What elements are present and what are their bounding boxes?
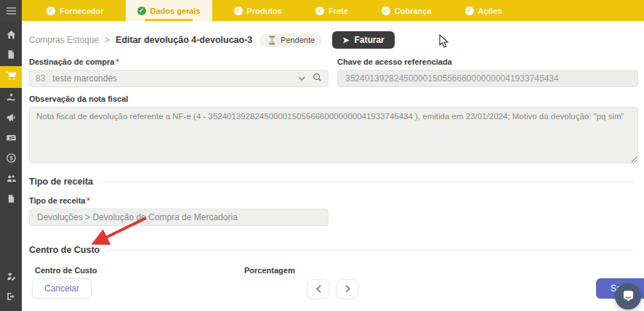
tab-fornecedor[interactable]: ✓ Fornecedor <box>35 0 116 21</box>
check-circle-icon: ✓ <box>315 7 324 15</box>
tab-label: Fornecedor <box>60 7 104 15</box>
tab-produtos[interactable]: ✓ Produtos <box>222 0 294 21</box>
check-circle-icon: ✓ <box>465 7 474 15</box>
column-centro-de-custo: Centro de Custo <box>35 266 244 275</box>
tipo-receita-label: Tipo de receita* <box>29 196 329 205</box>
destinacao-field-group: Destinação de compra* 83 teste marcondes <box>29 57 329 87</box>
send-arrow-icon: ➤ <box>342 36 349 44</box>
observacao-textarea[interactable]: Nota fiscal de devolução referente a NF-… <box>29 107 638 163</box>
tab-label: Cobrança <box>395 7 432 15</box>
dollar-icon: $ <box>6 153 17 166</box>
destinacao-label: Destinação de compra* <box>29 57 329 66</box>
banknote-icon: $ <box>6 132 17 146</box>
main-content: Compras Estoque > Editar devolução 4-dev… <box>22 21 644 311</box>
tab-label: Ações <box>478 7 502 15</box>
sidebar-item-logout[interactable] <box>0 288 22 308</box>
users-icon <box>6 173 17 187</box>
destinacao-select[interactable]: 83 teste marcondes <box>29 70 329 87</box>
page-icon <box>7 193 16 206</box>
breadcrumb: Compras Estoque > Editar devolução 4-dev… <box>29 31 638 49</box>
menu-icon[interactable] <box>0 0 22 21</box>
tab-label: Frete <box>329 7 348 15</box>
tipo-receita-input[interactable] <box>29 209 329 226</box>
megaphone-icon <box>6 112 17 126</box>
chave-field-group: Chave de acesso referenciada <box>337 57 638 87</box>
status-badge-label: Pendente <box>281 36 315 44</box>
sidebar-item-marketing[interactable] <box>0 108 22 129</box>
cart-icon <box>5 70 17 84</box>
search-icon[interactable] <box>313 73 322 84</box>
sidebar-item-cadastros[interactable] <box>0 169 22 190</box>
sidebar-item-financeiro[interactable]: $ <box>0 129 22 149</box>
check-circle-icon: ✓ <box>234 7 243 15</box>
sidebar-item-notas[interactable] <box>0 46 22 66</box>
chevron-right-icon <box>345 283 350 296</box>
home-icon <box>6 29 17 43</box>
column-porcentagem: Porcentagem <box>244 266 295 275</box>
sidebar-item-suprimentos[interactable] <box>0 88 22 108</box>
cancelar-button[interactable]: Cancelar <box>32 278 92 299</box>
breadcrumb-separator: > <box>105 35 110 45</box>
topbar: ✓ Fornecedor ✓ Dados gerais ✓ Produtos ✓… <box>22 0 644 21</box>
svg-text:$: $ <box>9 155 13 161</box>
section-divider <box>100 182 634 182</box>
chat-launcher[interactable] <box>615 283 641 310</box>
sidebar-nav: $ $ <box>0 21 22 267</box>
supplies-icon <box>6 92 17 105</box>
faturar-button-label: Faturar <box>354 35 384 45</box>
chave-label: Chave de acesso referenciada <box>337 57 638 66</box>
tab-dados-gerais[interactable]: ✓ Dados gerais <box>126 0 212 21</box>
next-page-button[interactable] <box>337 279 359 299</box>
faturar-button[interactable]: ➤ Faturar <box>332 31 395 49</box>
logout-icon <box>6 291 16 304</box>
chevron-left-icon <box>315 283 321 296</box>
chave-input[interactable] <box>337 70 638 87</box>
tipo-receita-section-header: Tipo de receita <box>29 177 638 187</box>
sidebar-item-vendas[interactable]: $ <box>0 149 22 169</box>
required-asterisk: * <box>116 57 118 66</box>
centro-custo-section-header: Centro de Custo <box>29 245 638 255</box>
sidebar-item-compras[interactable] <box>0 66 22 88</box>
centro-custo-section-title: Centro de Custo <box>29 245 100 255</box>
required-asterisk: * <box>86 196 89 205</box>
tab-label: Produtos <box>247 7 282 15</box>
hourglass-icon: ⌛ <box>267 36 277 45</box>
chat-bubble-icon <box>622 289 635 304</box>
destinacao-id: 83 <box>36 73 45 84</box>
tab-acoes[interactable]: ✓ Ações <box>454 0 514 21</box>
tab-cobranca[interactable]: ✓ Cobrança <box>370 0 443 21</box>
check-circle-icon: ✓ <box>47 7 55 15</box>
sidebar-item-home[interactable] <box>0 25 22 46</box>
destinacao-label-text: Destinação de compra <box>29 57 114 66</box>
destinacao-value: teste marcondes <box>52 73 117 84</box>
prev-page-button[interactable] <box>307 279 330 299</box>
sidebar-bottom <box>0 267 22 311</box>
tipo-receita-field-group: Tipo de receita* <box>29 196 329 226</box>
page-title: Editar devolução 4-devolucao-3 <box>116 35 252 45</box>
tipo-receita-label-text: Tipo de receita <box>29 196 85 205</box>
observacao-field-group: Observação da nota fiscal Nota fiscal de… <box>29 94 638 166</box>
tab-label: Dados gerais <box>150 7 201 15</box>
tipo-receita-section-title: Tipo de receita <box>29 177 93 187</box>
chevron-down-icon[interactable] <box>298 73 305 84</box>
section-divider <box>107 250 634 251</box>
observacao-label: Observação da nota fiscal <box>29 94 638 103</box>
sidebar: $ $ <box>0 0 22 311</box>
check-circle-icon: ✓ <box>382 7 390 15</box>
pagination <box>307 279 359 299</box>
sidebar-item-relatorios[interactable] <box>0 190 22 210</box>
check-circle-icon: ✓ <box>137 7 146 15</box>
tab-frete[interactable]: ✓ Frete <box>304 0 360 21</box>
profile-icon <box>6 271 17 285</box>
breadcrumb-parent[interactable]: Compras Estoque <box>29 35 99 45</box>
invoice-icon <box>6 49 16 62</box>
status-badge: ⌛ Pendente <box>259 33 322 47</box>
form-row-1: Destinação de compra* 83 teste marcondes… <box>29 57 638 87</box>
svg-text:$: $ <box>9 134 12 140</box>
centro-custo-table-header: Centro de Custo Porcentagem <box>29 266 638 275</box>
sidebar-item-profile[interactable] <box>0 267 22 288</box>
